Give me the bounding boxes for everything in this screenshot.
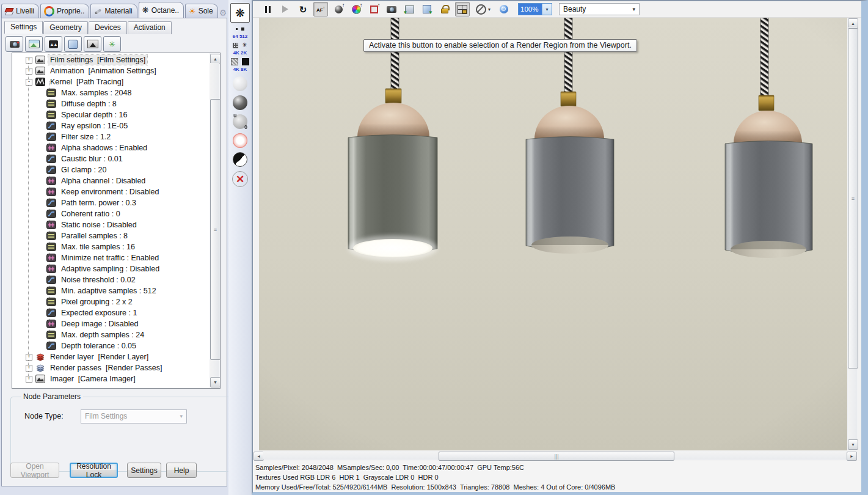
pause-button[interactable] — [260, 2, 275, 16]
scroll-thumb[interactable]: ||| — [439, 452, 674, 461]
color-picker-button[interactable]: ↑ — [349, 2, 363, 16]
render-pass-combo[interactable]: Beauty ▾ — [559, 3, 640, 15]
viewport-horizontal-scrollbar[interactable]: ◄ ||| ► — [253, 451, 858, 460]
delete-material-button[interactable]: ✕ — [232, 171, 248, 187]
expand-icon[interactable]: + — [26, 376, 32, 383]
material-picker-button[interactable]: ↑ — [331, 2, 346, 16]
tree-item[interactable]: Alpha channel : Disabled — [12, 175, 210, 186]
tab-settings[interactable]: Settings — [4, 21, 43, 34]
tree-item[interactable]: +Animation [Animation Settings] — [12, 65, 210, 76]
tree-item[interactable]: Expected exposure : 1 — [12, 307, 210, 318]
open-viewport-button[interactable]: Open Viewport — [10, 463, 59, 478]
material-white-sphere-button[interactable] — [233, 76, 247, 91]
autofocus-picker-button[interactable]: AF↑ — [313, 2, 328, 16]
tree-item[interactable]: Specular depth : 16 — [12, 109, 210, 120]
tree-item[interactable]: Ray epsilon : 1E-05 — [12, 120, 210, 131]
expand-icon[interactable]: + — [26, 68, 32, 75]
tree-item[interactable]: Path term. power : 0.3 — [12, 197, 210, 208]
collapse-icon[interactable]: - — [26, 79, 32, 86]
tree-item[interactable]: -Kernel [Path Tracing] — [12, 76, 210, 87]
viewport-toolbar: ↻ AF↑ ↑ ↑ ↑ ▾ 100% ▾ Beauty ▾ — [253, 1, 861, 18]
clay-mode-button[interactable]: ▾ — [473, 2, 494, 16]
grip-icon: ≡ — [214, 228, 217, 232]
render-passes-button[interactable] — [64, 36, 82, 52]
help-button[interactable]: Help — [166, 463, 197, 478]
tab-geometry[interactable]: Geometry — [43, 21, 88, 34]
tree-item[interactable]: Filter size : 1.2 — [12, 131, 210, 142]
expand-icon[interactable]: + — [26, 365, 32, 372]
tree-item[interactable]: Depth tolerance : 0.05 — [12, 340, 210, 351]
samples-preset-icons[interactable] — [236, 24, 244, 33]
tree-item[interactable]: +Render layer [Render Layer] — [12, 351, 210, 362]
tree-item[interactable]: Min. adaptive samples : 512 — [12, 285, 210, 296]
tab-sole[interactable]: ☀ Sole — [185, 4, 218, 18]
octane-logo-button[interactable]: ❋ — [230, 3, 250, 23]
tab-materiali[interactable]: Materiali — [90, 4, 137, 18]
tree-item[interactable]: Noise threshold : 0.02 — [12, 274, 210, 285]
sun-settings-button[interactable]: ✳ — [103, 36, 121, 52]
tab-activation[interactable]: Activation — [128, 21, 172, 34]
resolution-lock-button[interactable]: Resolution Lock — [70, 463, 118, 478]
scroll-thumb[interactable]: ≡ — [848, 28, 858, 369]
material-emission-sphere-button[interactable] — [233, 133, 247, 148]
resolution-preset-icons-2[interactable] — [231, 57, 249, 66]
tab-devices[interactable]: Devices — [89, 21, 127, 34]
tree-item[interactable]: +Render passes [Render Passes] — [12, 362, 210, 373]
sphere-letter: u — [233, 112, 237, 119]
tree-item[interactable]: Static noise : Disabled — [12, 219, 210, 230]
save-snapshot-button[interactable] — [384, 2, 399, 16]
imager-settings-button[interactable] — [84, 36, 101, 52]
save-render-button[interactable] — [402, 2, 417, 16]
export-render-button[interactable] — [420, 2, 434, 16]
node-type-combo[interactable]: Film Settings ▾ — [81, 409, 187, 424]
tree-item[interactable]: Parallel samples : 8 — [12, 230, 210, 241]
resolution-preset-icons-1[interactable]: ✳ — [233, 41, 247, 50]
tab-livelli[interactable]: Livelli — [1, 4, 39, 18]
expand-icon[interactable]: + — [26, 354, 32, 361]
tree-item[interactable]: Max. depth samples : 24 — [12, 329, 210, 340]
environment-settings-button[interactable] — [25, 36, 43, 52]
tree-item[interactable]: Coherent ratio : 0 — [12, 208, 210, 219]
tree-item[interactable]: Pixel grouping : 2 x 2 — [12, 296, 210, 307]
contrast-sphere-button[interactable] — [233, 152, 247, 167]
settings-button[interactable]: Settings — [127, 463, 161, 478]
tree-item[interactable]: Adaptive sampling : Disabled — [12, 263, 210, 274]
resolution-preset-label-2: 4K 8K — [233, 67, 247, 72]
tree-item[interactable]: Diffuse depth : 8 — [12, 98, 210, 109]
scroll-down-button[interactable]: ▼ — [210, 377, 221, 387]
scroll-down-button[interactable]: ▼ — [848, 439, 858, 450]
scroll-thumb[interactable]: ≡ — [210, 99, 221, 360]
render-image-area[interactable]: Activate this button to enable selection… — [259, 18, 847, 450]
gear-icon[interactable]: ⚙ — [219, 8, 230, 18]
restart-render-button[interactable]: ↻ — [296, 2, 310, 16]
tree-item[interactable]: Max. tile samples : 16 — [12, 241, 210, 252]
material-glossy-sphere-button[interactable] — [233, 95, 247, 110]
tree-item[interactable]: Max. samples : 2048 — [12, 87, 210, 98]
expand-icon[interactable]: + — [26, 57, 32, 64]
tree-item-label: Alpha channel : Disabled — [59, 176, 147, 186]
zoom-level-value[interactable]: 100% — [519, 4, 542, 15]
play-button[interactable] — [278, 2, 293, 16]
tree-item[interactable]: Deep image : Disabled — [12, 318, 210, 329]
zoom-level-combo[interactable]: 100% ▾ — [518, 3, 552, 15]
zoom-tool-button[interactable] — [497, 2, 511, 16]
chevron-down-icon[interactable]: ▾ — [542, 4, 552, 15]
tree-item[interactable]: +Film settings [Film Settings] — [12, 54, 210, 65]
material-uv-sphere-button[interactable]: u 0 — [233, 114, 247, 129]
tree-item[interactable]: Alpha shadows : Enabled — [12, 142, 210, 153]
tab-octane[interactable]: ❋ Octane.. — [139, 2, 184, 18]
tree-item[interactable]: Caustic blur : 0.01 — [12, 153, 210, 164]
tree-item[interactable]: Keep environment : Disabled — [12, 186, 210, 197]
scroll-right-button[interactable]: ► — [847, 452, 857, 461]
viewport-vertical-scrollbar[interactable]: ▲ ≡ ▼ — [847, 18, 858, 450]
tree-item[interactable]: GI clamp : 20 — [12, 164, 210, 175]
render-region-button[interactable] — [455, 2, 470, 16]
tree-scrollbar[interactable]: ▲ ≡ ▼ — [210, 53, 220, 388]
camera-settings-button[interactable] — [5, 36, 23, 52]
tree-item[interactable]: Minimize net traffic : Enabled — [12, 252, 210, 263]
object-picker-button[interactable]: ↑ — [367, 2, 381, 16]
lock-viewport-button[interactable] — [437, 2, 452, 16]
tab-proprieta[interactable]: Proprie.. — [40, 4, 89, 18]
tree-item[interactable]: +Imager [Camera Imager] — [12, 373, 210, 384]
kernel-settings-button[interactable]: ▲▲ — [45, 36, 62, 52]
